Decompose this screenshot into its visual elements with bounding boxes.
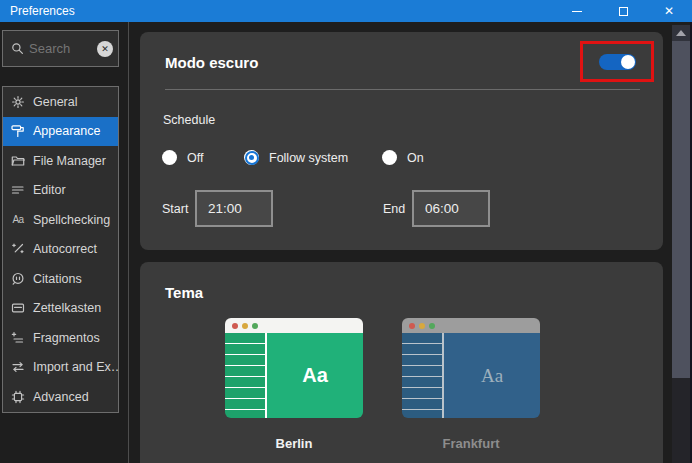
preview-aa-text: Aa bbox=[302, 364, 328, 387]
sidebar-item-import-export[interactable]: Import and Ex… bbox=[3, 353, 118, 383]
preview-titlebar bbox=[402, 318, 540, 333]
traffic-light-green-icon bbox=[429, 323, 435, 329]
radio-label-off: Off bbox=[187, 151, 203, 165]
preview-main: Aa bbox=[267, 333, 363, 418]
sidebar-nav: General Appearance File Manager Editor A… bbox=[2, 86, 119, 413]
sidebar-item-file-manager[interactable]: File Manager bbox=[3, 146, 118, 176]
sidebar-item-label: File Manager bbox=[33, 154, 106, 168]
magic-wand-icon bbox=[11, 242, 25, 256]
start-time-input[interactable] bbox=[195, 190, 273, 227]
sidebar-item-label: Appearance bbox=[33, 124, 100, 138]
chip-icon bbox=[11, 390, 25, 404]
theme-name-berlin: Berlin bbox=[225, 436, 363, 451]
sidebar-item-label: Zettelkasten bbox=[33, 301, 101, 315]
preview-sidebar bbox=[225, 333, 267, 418]
preview-body: Aa bbox=[225, 333, 363, 418]
search-input[interactable] bbox=[29, 41, 92, 56]
traffic-light-yellow-icon bbox=[242, 323, 248, 329]
maximize-icon bbox=[619, 7, 628, 16]
spellcheck-icon: Aa bbox=[11, 213, 25, 227]
minimize-button[interactable] bbox=[554, 0, 600, 22]
sidebar-item-general[interactable]: General bbox=[3, 87, 118, 117]
radio-follow-system[interactable]: Follow system bbox=[244, 150, 348, 165]
scrollbar[interactable] bbox=[672, 25, 690, 463]
text-lines-icon bbox=[11, 183, 25, 197]
radio-off[interactable]: Off bbox=[162, 150, 203, 165]
traffic-light-green-icon bbox=[252, 323, 258, 329]
search-box: ✕ bbox=[2, 30, 119, 67]
sidebar-item-label: Advanced bbox=[33, 390, 89, 404]
theme-preview-berlin[interactable]: Aa bbox=[225, 318, 363, 418]
note-card-icon bbox=[11, 301, 25, 315]
clear-search-icon[interactable]: ✕ bbox=[97, 41, 113, 57]
sidebar-item-citations[interactable]: Citations bbox=[3, 264, 118, 294]
scrollbar-thumb[interactable] bbox=[672, 41, 690, 378]
sidebar-item-label: General bbox=[33, 95, 77, 109]
window-title: Preferences bbox=[10, 4, 75, 18]
radio-circle-on[interactable] bbox=[382, 150, 397, 165]
dark-mode-card: Modo escuro Schedule Off Follow system O… bbox=[140, 32, 663, 250]
radio-on[interactable]: On bbox=[382, 150, 424, 165]
maximize-button[interactable] bbox=[600, 0, 646, 22]
start-label: Start bbox=[162, 202, 188, 216]
dark-mode-toggle[interactable] bbox=[599, 54, 636, 70]
close-icon: ✕ bbox=[664, 4, 674, 18]
separator bbox=[165, 89, 640, 90]
search-icon bbox=[10, 42, 24, 56]
quote-bubble-icon bbox=[11, 272, 25, 286]
preview-main: Aa bbox=[444, 333, 540, 418]
sidebar-item-label: Citations bbox=[33, 272, 82, 286]
sidebar-item-label: Spellchecking bbox=[33, 213, 110, 227]
schedule-label: Schedule bbox=[163, 113, 215, 127]
window-controls: ✕ bbox=[554, 0, 692, 22]
folder-icon bbox=[11, 154, 25, 168]
preview-sidebar bbox=[402, 333, 444, 418]
sidebar-item-label: Editor bbox=[33, 183, 66, 197]
sidebar-item-label: Import and Ex… bbox=[33, 360, 118, 374]
dark-mode-title: Modo escuro bbox=[165, 54, 258, 71]
sidebar-item-editor[interactable]: Editor bbox=[3, 176, 118, 206]
sidebar-item-zettelkasten[interactable]: Zettelkasten bbox=[3, 294, 118, 324]
titlebar: Preferences ✕ bbox=[0, 0, 692, 22]
radio-label-on: On bbox=[407, 151, 424, 165]
scroll-up-button[interactable] bbox=[672, 25, 690, 41]
transfer-arrows-icon bbox=[11, 360, 25, 374]
sidebar-item-autocorrect[interactable]: Autocorrect bbox=[3, 235, 118, 265]
end-label: End bbox=[383, 202, 405, 216]
theme-title: Tema bbox=[165, 284, 203, 301]
preview-aa-text: Aa bbox=[481, 365, 503, 387]
gear-icon bbox=[11, 95, 25, 109]
radio-label-follow-system: Follow system bbox=[269, 151, 348, 165]
traffic-light-red-icon bbox=[409, 323, 415, 329]
toggle-knob bbox=[621, 55, 635, 69]
snippet-add-icon bbox=[11, 331, 25, 345]
radio-circle-off[interactable] bbox=[162, 150, 177, 165]
minimize-icon bbox=[572, 11, 582, 12]
sidebar-item-appearance[interactable]: Appearance bbox=[3, 117, 118, 147]
sidebar-item-spellchecking[interactable]: Aa Spellchecking bbox=[3, 205, 118, 235]
traffic-light-red-icon bbox=[232, 323, 238, 329]
sidebar-item-advanced[interactable]: Advanced bbox=[3, 382, 118, 412]
arrow-up-icon bbox=[676, 30, 686, 36]
sidebar-divider bbox=[128, 22, 129, 463]
theme-card: Tema Aa Berlin bbox=[140, 262, 663, 463]
traffic-light-yellow-icon bbox=[419, 323, 425, 329]
paint-roller-icon bbox=[11, 124, 25, 138]
sidebar-item-fragmentos[interactable]: Fragmentos bbox=[3, 323, 118, 353]
sidebar-item-label: Fragmentos bbox=[33, 331, 100, 345]
sidebar-item-label: Autocorrect bbox=[33, 242, 97, 256]
preview-titlebar bbox=[225, 318, 363, 333]
close-button[interactable]: ✕ bbox=[646, 0, 692, 22]
radio-circle-follow-system[interactable] bbox=[244, 150, 259, 165]
theme-name-frankfurt: Frankfurt bbox=[402, 436, 540, 451]
preferences-window: Preferences ✕ ✕ General Appearance bbox=[0, 0, 692, 463]
end-time-input[interactable] bbox=[412, 190, 490, 227]
theme-preview-frankfurt[interactable]: Aa bbox=[402, 318, 540, 418]
preview-body: Aa bbox=[402, 333, 540, 418]
